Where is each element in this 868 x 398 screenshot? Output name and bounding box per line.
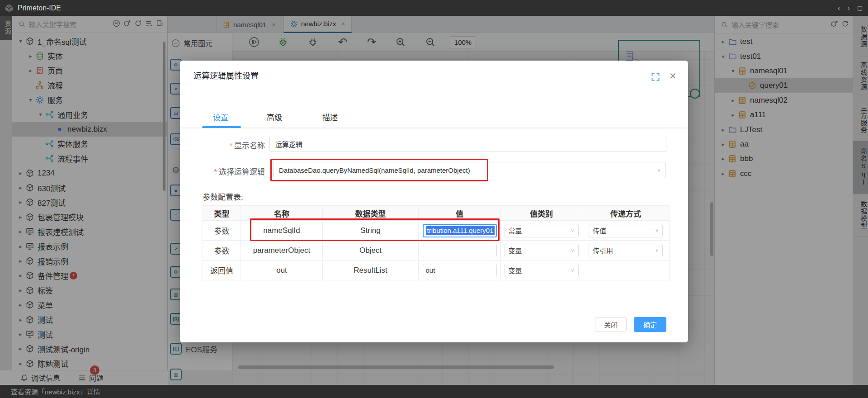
param-name-cell: out [241,261,323,280]
dialog-tab-advanced[interactable]: 高级 [267,111,282,123]
param-name-cell: parameterObject [241,241,323,260]
param-value-input[interactable]: out [423,264,497,277]
param-category-cell: 变量∨ [501,261,582,280]
param-type-cell: 参数 [203,221,241,240]
param-value-cell: out [419,261,501,280]
param-category-select[interactable]: 变量∨ [505,264,579,277]
param-passing-select[interactable]: 传引用∨ [589,244,663,257]
display-name-label: *显示名称 [193,139,265,151]
app-title: Primeton-IDE [18,4,61,12]
dialog-tab-divider [180,128,688,128]
param-type-cell: 返回值 [203,261,241,280]
dialog-tab-settings[interactable]: 设置 [213,111,228,123]
param-passing-cell [582,261,670,280]
column-header: 传递方式 [582,206,670,220]
param-value-input[interactable] [423,244,497,257]
maximize-icon[interactable]: ▢ [857,5,863,11]
param-passing-cell: 传值∨ [582,221,670,240]
param-category-cell: 常量∨ [501,221,582,240]
app-window: Primeton-IDE ‹ › ▢ 资源 输入关键字搜索 AI ▾1_命名sq… [0,0,868,398]
dialog-operation-logic-settings: 运算逻辑属性设置 ✕ 设置 高级 描述 *显示名称 运算逻辑 *选择运算逻辑 D… [180,61,688,342]
ok-button[interactable]: 确定 [634,317,666,332]
param-value-text: out [426,266,435,274]
param-passing-cell: 传引用∨ [582,241,670,260]
param-value-cell [419,241,501,260]
param-category-value: 常量 [509,226,522,235]
param-table-caption: 参数配置表: [203,191,243,202]
app-logo-icon [5,4,14,13]
annotation-box-param-row [250,218,500,241]
param-table-row: 参数parameterObjectObject变量∨传引用∨ [203,241,670,261]
param-passing-select[interactable]: 传值∨ [589,224,663,237]
param-type-cell: 参数 [203,241,241,260]
param-datatype-cell: ResultList [323,261,419,280]
fullscreen-icon[interactable] [651,72,660,81]
param-category-cell: 变量∨ [501,241,582,260]
param-category-value: 变量 [509,265,522,275]
chevron-down-icon: ∨ [655,247,659,253]
dialog-active-tab-indicator [202,126,241,128]
close-icon[interactable]: ✕ [669,71,677,81]
chevron-down-icon: ∨ [657,167,661,173]
display-name-value: 运算逻辑 [275,139,302,149]
dialog-tab-description[interactable]: 描述 [322,111,338,123]
forward-icon[interactable]: › [847,4,849,12]
dialog-title: 运算逻辑属性设置 [193,69,259,81]
display-name-input[interactable]: 运算逻辑 [269,136,666,152]
annotation-box-logic-select [270,159,488,181]
required-asterisk: * [214,168,217,176]
title-bar: Primeton-IDE ‹ › ▢ [0,0,868,16]
param-table: 类型名称数据类型值值类别传递方式参数nameSqlIdStringtributi… [203,205,670,280]
param-category-select[interactable]: 常量∨ [505,224,579,237]
logic-select-label: *选择运算逻辑 [193,166,265,177]
param-datatype-cell: Object [323,241,419,260]
param-table-row: 返回值outResultListout变量∨ [203,261,670,280]
param-category-value: 变量 [509,246,522,255]
chevron-down-icon: ∨ [655,227,659,233]
chevron-down-icon: ∨ [571,267,574,273]
param-category-select[interactable]: 变量∨ [505,244,579,257]
chevron-down-icon: ∨ [571,247,574,253]
chevron-down-icon: ∨ [571,227,574,233]
back-icon[interactable]: ‹ [838,4,840,12]
column-header: 类型 [203,206,241,220]
param-passing-value: 传值 [593,226,606,235]
required-asterisk: * [229,142,232,150]
param-passing-value: 传引用 [593,246,613,255]
column-header: 值类别 [501,206,582,220]
close-button[interactable]: 关闭 [595,317,627,332]
